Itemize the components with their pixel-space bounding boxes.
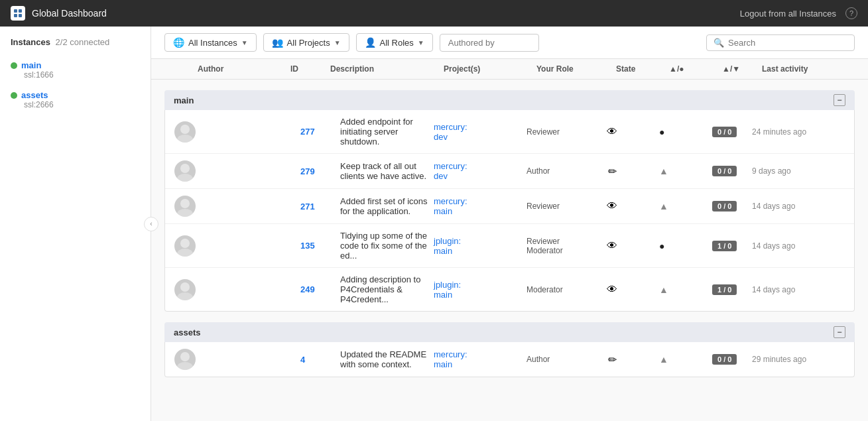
roles-icon: 👤	[365, 37, 376, 48]
mr-id[interactable]: 4	[300, 355, 340, 365]
svg-rect-1	[19, 9, 22, 13]
nav-left: Global Dashboard	[11, 6, 107, 21]
svg-point-15	[177, 362, 193, 370]
projects-icon: 👥	[272, 37, 283, 48]
mr-project[interactable]: mercury:main	[434, 196, 527, 216]
state-icon: 👁	[606, 200, 618, 212]
search-icon: 🔍	[713, 38, 724, 48]
app-logo	[11, 6, 25, 21]
avatar	[174, 349, 196, 370]
mr-id[interactable]: 279	[300, 166, 340, 176]
group-section-main: main − 277 Added endpoint for initiating…	[164, 90, 855, 312]
status-dot-main	[11, 62, 17, 69]
sidebar: Instances 2/2 connected main ssl:1666 as…	[0, 27, 151, 421]
mr-id[interactable]: 277	[300, 127, 340, 137]
group-collapse-button[interactable]: −	[834, 94, 845, 106]
svg-point-14	[180, 352, 190, 361]
status-dot-assets	[11, 92, 17, 99]
mr-id[interactable]: 271	[300, 202, 340, 211]
all-instances-label: All Instances	[188, 38, 237, 48]
table-row: 277 Added endpoint for initiating server…	[165, 110, 854, 154]
flag-icon: ▲	[659, 284, 712, 295]
nav-right: Logout from all Instances ?	[740, 7, 857, 19]
mr-project[interactable]: mercury:main	[434, 349, 527, 369]
sidebar-item-assets[interactable]: assets ssl:2666	[0, 85, 151, 115]
mr-role: Author	[527, 166, 606, 176]
svg-point-13	[177, 292, 193, 300]
state-icon: 👁	[606, 240, 618, 252]
top-nav: Global Dashboard Logout from all Instanc…	[0, 0, 868, 27]
mr-description: Tidying up some of the code to fix some …	[340, 231, 434, 261]
mr-description: Updated the README with some context.	[340, 349, 434, 369]
mr-project[interactable]: mercury:dev	[434, 161, 527, 181]
group-name: main	[174, 95, 194, 105]
mr-role: Moderator	[527, 285, 606, 294]
col-state: State	[616, 64, 669, 74]
logout-link[interactable]: Logout from all Instances	[740, 9, 836, 19]
authored-by-input[interactable]	[440, 34, 539, 52]
col-id: ID	[290, 64, 330, 74]
search-box: 🔍	[706, 34, 855, 51]
all-projects-label: All Projects	[287, 38, 330, 48]
avatar	[174, 235, 196, 257]
flag-icon: ▲	[659, 201, 712, 211]
flag-icon: ●	[659, 127, 712, 137]
col-flag1: ▲/●	[669, 64, 722, 74]
mr-project[interactable]: jplugin:main	[434, 236, 527, 256]
mr-project[interactable]: mercury:dev	[434, 122, 527, 142]
state-icon: ✏	[606, 353, 618, 365]
connected-count: 2/2 connected	[56, 37, 110, 47]
last-activity: 14 days ago	[752, 202, 845, 211]
col-projects: Project(s)	[444, 64, 536, 74]
svg-point-11	[177, 249, 193, 257]
table-row: 271 Added first set of icons for the app…	[165, 189, 854, 224]
svg-rect-2	[14, 14, 17, 17]
mr-id[interactable]: 135	[300, 241, 340, 251]
flag-icon: ▲	[659, 166, 712, 176]
sidebar-title: Instances 2/2 connected	[0, 37, 151, 55]
all-projects-dropdown[interactable]: 👥 All Projects ▼	[263, 33, 349, 52]
table-header: Author ID Description Project(s) Your Ro…	[151, 59, 868, 80]
toolbar: 🌐 All Instances ▼ 👥 All Projects ▼ 👤 All…	[151, 27, 868, 59]
table-row: 249 Adding description to P4Credentials …	[165, 268, 854, 311]
search-input[interactable]	[728, 38, 847, 48]
globe-icon: 🌐	[173, 37, 184, 48]
svg-point-8	[180, 199, 190, 208]
group-collapse-button[interactable]: −	[834, 326, 845, 338]
mr-project[interactable]: jplugin:main	[434, 280, 527, 300]
all-roles-dropdown[interactable]: 👤 All Roles ▼	[356, 33, 433, 52]
table-row: 4 Updated the README with some context. …	[165, 342, 854, 377]
avatar	[174, 121, 196, 143]
table-row: 135 Tidying up some of the code to fix s…	[165, 224, 854, 268]
all-instances-dropdown[interactable]: 🌐 All Instances ▼	[164, 33, 257, 52]
svg-point-4	[180, 125, 190, 134]
mr-description: Added endpoint for initiating server shu…	[340, 117, 434, 147]
mr-id[interactable]: 249	[300, 284, 340, 294]
svg-point-9	[177, 209, 193, 217]
group-body-assets: 4 Updated the README with some context. …	[164, 342, 855, 377]
vote-badge: 1 / 0	[712, 241, 752, 251]
col-last-activity: Last activity	[762, 64, 855, 74]
avatar	[174, 196, 196, 217]
all-roles-label: All Roles	[380, 38, 414, 48]
sidebar-item-main[interactable]: main ssl:1666	[0, 55, 151, 85]
svg-point-10	[180, 239, 190, 248]
instance-name-main: main	[11, 60, 140, 70]
last-activity: 29 minutes ago	[752, 355, 845, 364]
chevron-down-icon: ▼	[241, 39, 248, 46]
group-name: assets	[174, 328, 200, 337]
group-section-assets: assets − 4 Updated the README with some …	[164, 322, 855, 377]
vote-badge: 1 / 0	[712, 284, 752, 295]
group-header-main: main −	[164, 90, 855, 110]
help-icon[interactable]: ?	[845, 7, 857, 19]
mr-description: Keep track of all out clients we have ac…	[340, 161, 434, 181]
sidebar-collapse-button[interactable]: ‹	[144, 217, 158, 231]
mr-role: Reviewer	[527, 127, 606, 137]
col-flag2: ▲/▼	[722, 64, 762, 74]
mr-description: Adding description to P4Credentials & P4…	[340, 274, 434, 304]
table-row: 279 Keep track of all out clients we hav…	[165, 154, 854, 189]
instance-name-assets: assets	[11, 90, 140, 100]
svg-point-5	[177, 135, 193, 143]
state-icon: ✏	[606, 165, 618, 177]
state-icon: 👁	[606, 284, 618, 296]
